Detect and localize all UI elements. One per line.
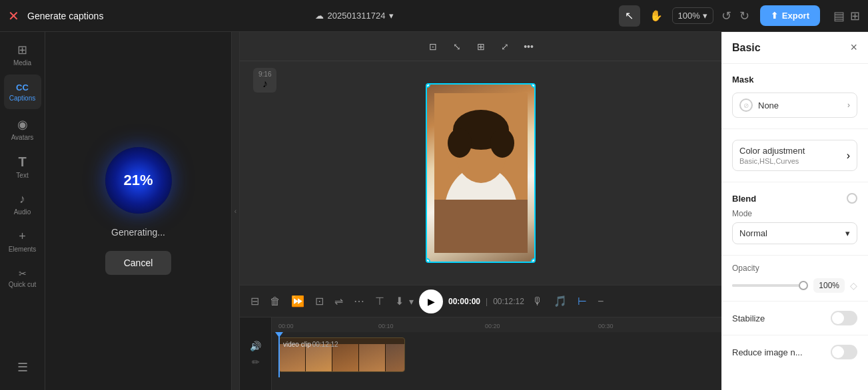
expand-canvas-button[interactable]: ⤡ (446, 36, 468, 57)
file-name-button[interactable]: ☁ 202501311724 ▾ (315, 11, 394, 21)
blend-label: Blend (732, 194, 756, 204)
sidebar-item-label-avatars: Avatars (11, 134, 34, 141)
track-label: video clip (283, 341, 311, 348)
delete-btn[interactable]: 🗑 (267, 293, 283, 310)
zoom-selector[interactable]: 100% ▾ (672, 7, 713, 24)
sidebar-item-captions[interactable]: CC Captions (4, 75, 41, 109)
reduce-image-label: Reduce image n... (732, 347, 803, 357)
time-current: 00:00:00 (448, 297, 480, 306)
speed-btn[interactable]: ⏩ (288, 292, 307, 310)
ruler-mark-3: 00:30 (598, 323, 614, 329)
ruler-mark-1: 00:10 (378, 323, 394, 329)
timeline-main: 00:00 00:10 00:20 00:30 video clip 00:12… (272, 317, 721, 390)
handle-top-right[interactable] (531, 83, 536, 88)
progress-percent: 21% (123, 172, 153, 189)
track-info: video clip 00:12:12 (283, 341, 338, 348)
split-btn[interactable]: ⊟ (248, 292, 262, 310)
svg-point-5 (490, 128, 514, 158)
volume-btn[interactable]: 🔊 (250, 341, 261, 351)
main-layout: ⊞ Media CC Captions ◉ Avatars T Text ♪ A… (0, 32, 868, 390)
format-ratio: 9:16 (258, 71, 271, 78)
stabilize-toggle[interactable] (831, 311, 857, 325)
sidebar-item-quickcut[interactable]: ✂ Quick cut (4, 261, 41, 295)
minus-btn[interactable]: − (595, 293, 606, 310)
handle-bottom-right[interactable] (531, 258, 536, 263)
more-canvas-button[interactable]: ••• (518, 36, 540, 57)
collapse-handle[interactable]: ‹ (232, 32, 240, 390)
audio-icon: ♪ (19, 192, 25, 206)
mode-select[interactable]: Normal ▾ (732, 222, 857, 244)
sidebar-item-label-quickcut: Quick cut (9, 281, 37, 288)
left-panel: 21% Generating... Cancel (45, 32, 232, 390)
timeline-cursor[interactable] (278, 332, 280, 377)
mask-none-icon: ⊘ (739, 98, 753, 112)
pointer-tool-button[interactable]: ↖ (619, 5, 640, 27)
mode-value: Normal (739, 228, 767, 238)
video-preview-image (427, 85, 534, 262)
timeline-left: 🔊 ✏ (240, 317, 272, 390)
right-panel-header: Basic × (721, 32, 868, 64)
expand2-button[interactable]: ⤢ (494, 36, 516, 57)
quickcut-icon: ✂ (19, 268, 27, 279)
voice-btn[interactable]: 🎵 (551, 292, 570, 310)
captions-icon: CC (16, 83, 29, 93)
track-thumbnails (279, 344, 405, 372)
topbar: ✕ Generate captions ☁ 202501311724 ▾ ↖ ✋… (0, 0, 868, 32)
progress-circle: 21% (105, 147, 172, 214)
split2-btn[interactable]: ⊤ (372, 292, 387, 310)
sidebar-item-avatars[interactable]: ◉ Avatars (4, 112, 41, 146)
ruler-mark-2: 00:20 (485, 323, 500, 329)
avatars-icon: ◉ (17, 117, 28, 132)
split-audio-btn[interactable]: ⊢ (575, 292, 590, 310)
text-icon: T (18, 154, 26, 170)
sidebar-item-text[interactable]: T Text (4, 149, 41, 184)
canvas-toolbar: ⊡ ⤡ ⊞ ⤢ ••• (240, 32, 721, 61)
crop-button[interactable]: ⊞ (470, 36, 492, 57)
sidebar-item-elements[interactable]: + Elements (4, 224, 41, 258)
redo-button[interactable]: ↻ (737, 6, 752, 26)
format-badge: 9:16 ♪ (253, 68, 276, 93)
sidebar-item-label-text: Text (16, 172, 28, 179)
video-preview[interactable]: ↻ (426, 83, 536, 263)
video-track[interactable]: video clip 00:12:12 (278, 337, 405, 372)
opacity-keyframe-icon[interactable]: ◇ (850, 280, 857, 291)
color-adjustment-chevron-icon: › (847, 150, 850, 162)
flip-btn[interactable]: ⇌ (332, 292, 346, 310)
mode-chevron-icon: ▾ (845, 228, 850, 238)
reduce-image-toggle[interactable] (831, 345, 857, 359)
sidebar-item-audio[interactable]: ♪ Audio (4, 186, 41, 221)
edit-track-btn[interactable]: ✏ (252, 357, 260, 367)
opacity-row: 100% ◇ (732, 278, 857, 293)
handle-bottom-left[interactable] (426, 258, 430, 263)
timeline-tracks: video clip 00:12:12 (272, 332, 721, 377)
opacity-slider[interactable] (732, 284, 808, 287)
mic-btn[interactable]: 🎙 (530, 293, 546, 310)
expand-button[interactable]: ⊞ (850, 9, 860, 23)
sidebar-item-media[interactable]: ⊞ Media (4, 37, 41, 72)
mask-section: Mask ⊘ None › (721, 64, 868, 129)
more-ctrl-btn[interactable]: ⋯ (351, 292, 367, 310)
layout-button[interactable]: ▤ (833, 9, 845, 23)
undo-button[interactable]: ↺ (719, 6, 734, 26)
stabilize-label: Stabilize (732, 313, 765, 323)
app-logo[interactable]: ✕ (8, 8, 19, 24)
ruler-mark-0: 00:00 (278, 323, 294, 329)
export-button[interactable]: ⬆ Export (760, 5, 820, 26)
crop-ctrl-btn[interactable]: ⊡ (312, 292, 326, 310)
export-down-btn[interactable]: ⬇ (392, 292, 406, 310)
right-panel-close-button[interactable]: × (850, 41, 857, 55)
track-duration: 00:12:12 (312, 341, 338, 348)
opacity-label: Opacity (732, 264, 857, 273)
mask-selector[interactable]: ⊘ None › (732, 93, 857, 118)
right-panel-title: Basic (732, 42, 761, 54)
export-label: Export (782, 11, 809, 21)
hand-tool-button[interactable]: ✋ (646, 5, 667, 27)
play-button[interactable]: ▶ (419, 290, 443, 313)
color-adjustment-row[interactable]: Color adjustment Basic,HSL,Curves › (732, 140, 857, 171)
sidebar-item-subtitles[interactable]: ☰ (4, 350, 41, 385)
sidebar-item-label-media: Media (13, 59, 31, 67)
cancel-button[interactable]: Cancel (105, 251, 172, 275)
fit-button[interactable]: ⊡ (422, 36, 444, 57)
opacity-slider-thumb[interactable] (799, 281, 808, 290)
file-chevron-icon: ▾ (389, 11, 394, 21)
